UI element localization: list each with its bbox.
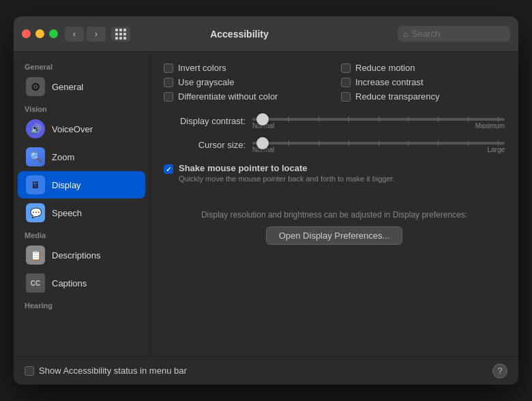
sidebar-item-zoom[interactable]: 🔍 Zoom — [18, 143, 145, 170]
cursor-max-label: Large — [487, 146, 505, 153]
search-icon: ⌕ — [403, 29, 409, 39]
sidebar-label-speech: Speech — [52, 208, 82, 218]
sidebar-label-descriptions: Descriptions — [52, 250, 101, 261]
cursor-size-label: Cursor size: — [164, 140, 246, 150]
reduce-transparency-checkbox[interactable] — [341, 92, 351, 102]
accessibility-status-label: Show Accessibility status in menu bar — [39, 366, 187, 376]
display-contrast-label: Display contrast: — [164, 116, 246, 126]
cursor-size-track[interactable] — [252, 142, 505, 145]
captions-icon: CC — [26, 273, 45, 293]
cursor-size-section: Cursor size: Normal Large — [164, 136, 505, 153]
help-icon: ? — [497, 366, 502, 376]
cursor-size-row: Cursor size: Normal Large — [164, 136, 505, 153]
zoom-icon: 🔍 — [26, 147, 45, 166]
display-contrast-section: Display contrast: Normal M — [164, 113, 505, 130]
differentiate-without-color-checkbox[interactable] — [164, 92, 173, 102]
traffic-lights — [22, 29, 58, 38]
search-bar[interactable]: ⌕ — [398, 26, 510, 42]
shake-mouse-row: Shake mouse pointer to locate Quickly mo… — [164, 163, 505, 183]
cursor-size-slider-container: Normal Large — [252, 136, 505, 153]
sidebar-item-speech[interactable]: 💬 Speech — [18, 199, 145, 226]
general-icon: ⚙ — [26, 77, 45, 96]
contrast-max-label: Maximum — [475, 122, 505, 130]
maximize-button[interactable] — [49, 29, 58, 38]
sidebar: General ⚙ General Vision 🔊 VoiceOver 🔍 Z… — [14, 52, 150, 356]
accessibility-status-checkbox[interactable] — [25, 366, 34, 376]
sidebar-label-captions: Captions — [52, 278, 87, 288]
shake-mouse-text: Shake mouse pointer to locate Quickly mo… — [179, 163, 395, 183]
reduce-transparency-label[interactable]: Reduce transparency — [355, 91, 440, 102]
increase-contrast-label[interactable]: Increase contrast — [355, 77, 424, 87]
main-window: ‹ › Accessibility ⌕ General ⚙ General Vi… — [14, 16, 518, 385]
display-contrast-track[interactable] — [252, 118, 505, 121]
options-col1: Invert colors Use grayscale Differentiat… — [164, 63, 327, 102]
option-differentiate-without-color: Differentiate without color — [164, 91, 327, 102]
cursor-tick-marks — [252, 142, 505, 145]
sidebar-label-general: General — [52, 82, 83, 92]
reduce-motion-label[interactable]: Reduce motion — [355, 63, 415, 73]
shake-mouse-label: Shake mouse pointer to locate — [179, 163, 395, 173]
increase-contrast-checkbox[interactable] — [341, 78, 351, 87]
options-grid: Invert colors Use grayscale Differentiat… — [164, 63, 505, 102]
invert-colors-label[interactable]: Invert colors — [178, 63, 226, 73]
use-grayscale-label[interactable]: Use grayscale — [178, 77, 234, 87]
options-col2: Reduce motion Increase contrast Reduce t… — [341, 63, 505, 102]
sidebar-item-descriptions[interactable]: 📋 Descriptions — [18, 241, 145, 269]
sidebar-section-vision: Vision — [14, 101, 149, 115]
use-grayscale-checkbox[interactable] — [164, 78, 173, 87]
contrast-tick-marks — [252, 118, 505, 121]
sidebar-label-zoom: Zoom — [52, 152, 74, 162]
cursor-size-thumb[interactable] — [256, 137, 269, 149]
content-area: General ⚙ General Vision 🔊 VoiceOver 🔍 Z… — [14, 52, 518, 356]
sidebar-section-media: Media — [14, 227, 149, 241]
voiceover-icon: 🔊 — [26, 119, 45, 138]
option-invert-colors: Invert colors — [164, 63, 327, 73]
main-panel: Invert colors Use grayscale Differentiat… — [150, 52, 518, 356]
cursor-slider-labels: Normal Large — [252, 146, 505, 153]
sidebar-item-display[interactable]: 🖥 Display — [18, 171, 145, 198]
minimize-button[interactable] — [35, 29, 44, 38]
display-contrast-row: Display contrast: Normal M — [164, 113, 505, 130]
speech-icon: 💬 — [26, 203, 45, 222]
display-note: Display resolution and brightness can be… — [164, 210, 505, 220]
display-contrast-thumb[interactable] — [256, 113, 269, 125]
close-button[interactable] — [22, 29, 31, 38]
option-reduce-transparency: Reduce transparency — [341, 91, 505, 102]
option-reduce-motion: Reduce motion — [341, 63, 505, 73]
help-button[interactable]: ? — [492, 363, 507, 378]
shake-mouse-description: Quickly move the mouse pointer back and … — [179, 175, 395, 183]
search-input[interactable] — [412, 29, 505, 39]
reduce-motion-checkbox[interactable] — [341, 63, 351, 73]
sidebar-item-captions[interactable]: CC Captions — [18, 269, 145, 297]
display-icon: 🖥 — [26, 175, 45, 194]
invert-colors-checkbox[interactable] — [164, 63, 173, 73]
bottom-bar: Show Accessibility status in menu bar ? — [14, 356, 518, 385]
accessibility-status-row: Show Accessibility status in menu bar — [25, 366, 187, 376]
sidebar-item-general[interactable]: ⚙ General — [18, 73, 145, 100]
open-display-preferences-button[interactable]: Open Display Preferences... — [266, 226, 403, 245]
sidebar-section-hearing: Hearing — [14, 297, 149, 311]
sidebar-label-voiceover: VoiceOver — [52, 124, 93, 134]
contrast-slider-labels: Normal Maximum — [252, 122, 505, 130]
sidebar-item-voiceover[interactable]: 🔊 VoiceOver — [18, 115, 145, 143]
differentiate-without-color-label[interactable]: Differentiate without color — [178, 91, 278, 102]
descriptions-icon: 📋 — [26, 246, 45, 265]
sidebar-section-general: General — [14, 59, 149, 72]
titlebar: ‹ › Accessibility ⌕ — [14, 16, 518, 52]
display-contrast-slider-container: Normal Maximum — [252, 113, 505, 130]
option-use-grayscale: Use grayscale — [164, 77, 327, 87]
shake-mouse-checkbox[interactable] — [164, 164, 173, 174]
sidebar-label-display: Display — [52, 180, 81, 190]
window-title: Accessibility — [81, 29, 398, 40]
option-increase-contrast: Increase contrast — [341, 77, 505, 87]
